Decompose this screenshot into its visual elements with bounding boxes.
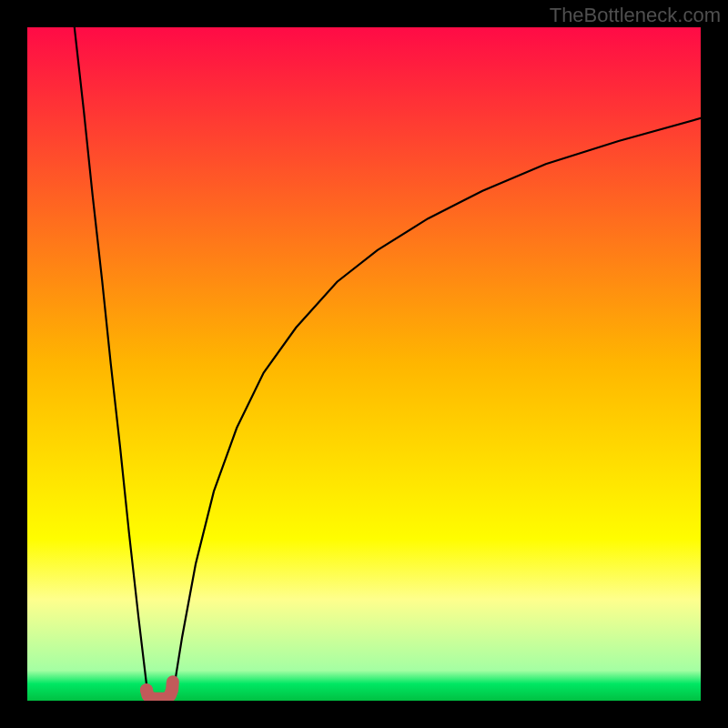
- watermark-text: TheBottleneck.com: [550, 4, 721, 27]
- bottleneck-marker-dot: [140, 683, 153, 696]
- chart-svg: [27, 27, 701, 701]
- chart-frame: TheBottleneck.com: [0, 0, 728, 728]
- gradient-rect: [27, 27, 701, 701]
- plot-area: [27, 27, 701, 701]
